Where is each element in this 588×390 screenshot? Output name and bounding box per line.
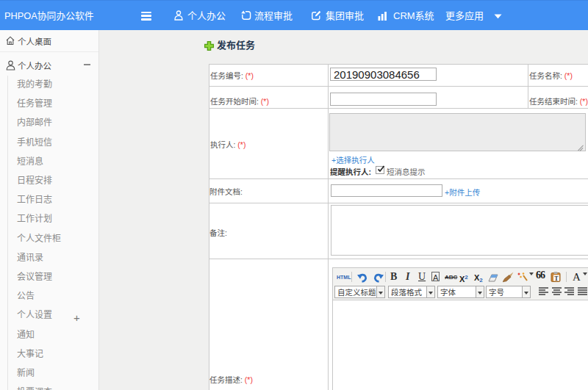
svg-text:T: T <box>554 275 559 282</box>
